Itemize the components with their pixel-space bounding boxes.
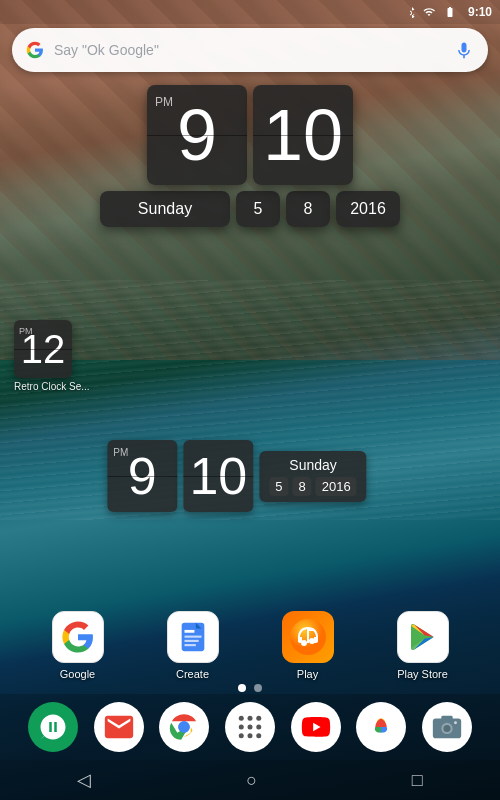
main-day: Sunday (138, 200, 192, 218)
status-icons: 9:10 (406, 5, 492, 19)
med-period: PM (113, 447, 128, 458)
home-button[interactable]: ○ (238, 762, 265, 799)
bluetooth-icon (406, 6, 418, 18)
svg-rect-2 (184, 636, 201, 638)
recents-button[interactable]: □ (404, 762, 431, 799)
status-time: 9:10 (468, 5, 492, 19)
google-label: Google (60, 668, 95, 680)
svg-point-16 (239, 725, 244, 730)
med-hour-digit: 9 (128, 446, 157, 506)
med-hour-card: PM 9 (107, 440, 177, 512)
main-period: PM (155, 95, 173, 109)
play-music-icon (282, 611, 334, 663)
svg-rect-4 (184, 644, 195, 646)
medium-clock-widget[interactable]: PM 9 10 Sunday 5 8 2016 (107, 440, 366, 512)
play-music-app[interactable]: Play (282, 611, 334, 680)
main-month-card: 5 (236, 191, 280, 227)
small-clock-label: Retro Clock Se... (14, 381, 90, 392)
hangouts-icon[interactable] (28, 702, 78, 752)
play-store-icon (397, 611, 449, 663)
svg-point-26 (454, 721, 457, 724)
small-period: PM (19, 326, 33, 336)
svg-point-14 (247, 716, 252, 721)
svg-point-13 (239, 716, 244, 721)
main-hour-digit: 9 (177, 99, 217, 171)
google-logo (26, 41, 44, 59)
main-hour-card: PM 9 (147, 85, 247, 185)
mic-icon[interactable] (454, 40, 474, 60)
svg-point-18 (256, 725, 261, 730)
med-minute-digit: 10 (189, 446, 247, 506)
main-minute-digit: 10 (263, 99, 343, 171)
create-label: Create (176, 668, 209, 680)
search-placeholder: Say "Ok Google" (54, 42, 454, 58)
page-dot-2[interactable] (254, 684, 262, 692)
svg-rect-1 (184, 630, 194, 633)
svg-point-20 (247, 733, 252, 738)
play-store-app[interactable]: Play Store (397, 611, 449, 680)
med-minute-card: 10 (183, 440, 253, 512)
svg-point-19 (239, 733, 244, 738)
med-month: 5 (269, 477, 288, 496)
play-music-label: Play (297, 668, 318, 680)
main-year: 2016 (350, 200, 386, 218)
svg-point-15 (256, 716, 261, 721)
app-icons-row: Google Create (0, 611, 500, 680)
svg-point-17 (247, 725, 252, 730)
med-date-panel: Sunday 5 8 2016 (259, 451, 366, 502)
main-month: 5 (254, 200, 263, 218)
main-minute-card: 10 (253, 85, 353, 185)
gmail-icon[interactable] (94, 702, 144, 752)
med-date-nums: 5 8 2016 (269, 477, 356, 496)
main-day-card: Sunday (100, 191, 230, 227)
med-day: Sunday (289, 457, 336, 473)
google-app[interactable]: Google (52, 611, 104, 680)
main-clock-widget[interactable]: PM 9 10 Sunday 5 8 2016 (100, 85, 400, 227)
svg-rect-11 (307, 631, 309, 643)
main-year-card: 2016 (336, 191, 400, 227)
back-button[interactable]: ◁ (69, 761, 99, 799)
pagination-dots (0, 684, 500, 692)
main-date-card: 8 (286, 191, 330, 227)
search-bar[interactable]: Say "Ok Google" (12, 28, 488, 72)
main-clock-date-row: Sunday 5 8 2016 (100, 191, 400, 227)
svg-rect-25 (441, 716, 452, 720)
med-year: 2016 (316, 477, 357, 496)
wifi-icon (422, 6, 436, 18)
small-clock-widget[interactable]: PM 12 Retro Clock Se... (14, 320, 90, 392)
battery-icon (440, 6, 460, 18)
med-date: 8 (293, 477, 312, 496)
main-date: 8 (304, 200, 313, 218)
camera-icon[interactable] (422, 702, 472, 752)
small-hour-card: PM 12 (14, 320, 72, 378)
svg-point-24 (444, 725, 451, 732)
main-clock-time-row: PM 9 10 (147, 85, 353, 185)
nav-bar: ◁ ○ □ (0, 760, 500, 800)
youtube-icon[interactable] (291, 702, 341, 752)
page-dot-1[interactable] (238, 684, 246, 692)
google-icon (52, 611, 104, 663)
chrome-icon[interactable] (159, 702, 209, 752)
play-store-label: Play Store (397, 668, 448, 680)
launcher-icon[interactable] (225, 702, 275, 752)
dock (0, 694, 500, 760)
create-icon (167, 611, 219, 663)
svg-point-21 (256, 733, 261, 738)
status-bar: 9:10 (0, 0, 500, 24)
photos-icon[interactable] (356, 702, 406, 752)
svg-rect-3 (184, 640, 198, 642)
create-app[interactable]: Create (167, 611, 219, 680)
